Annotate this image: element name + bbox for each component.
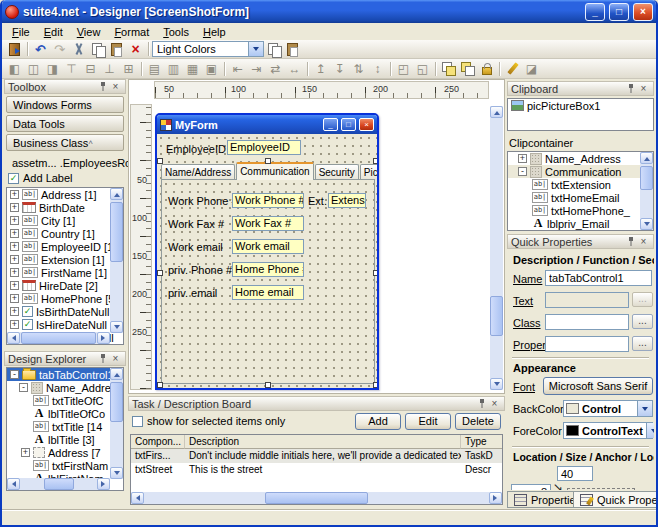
pin-icon[interactable] [624,83,637,95]
close-button[interactable]: × [633,3,653,21]
undo-button[interactable] [31,41,50,58]
form-close-button[interactable]: × [359,118,374,131]
close-icon[interactable]: × [488,398,501,410]
location-top-input[interactable]: 40 [557,466,593,481]
text-browse-button[interactable]: ... [632,292,653,307]
show-selected-only-checkbox[interactable] [132,416,143,427]
property-browse-button[interactable]: ... [632,336,653,351]
toolbox-item[interactable]: Country [1] [7,227,123,240]
text-input[interactable] [545,292,629,308]
close-icon[interactable]: × [109,353,122,365]
name-input[interactable] [545,270,652,286]
form-minimize-button[interactable]: _ [323,118,338,131]
toolbox-category-windows-forms[interactable]: Windows Forms [6,96,124,113]
tree-item[interactable]: txtTitle [14 [7,420,123,433]
class-input[interactable] [545,314,629,330]
chevron-down-icon[interactable] [637,401,652,416]
tree-item[interactable]: lblpriv_Email [508,217,653,230]
forecolor-picker[interactable]: ControlText [563,422,653,439]
work-phone-textbox[interactable]: Work Phone # [232,193,304,208]
task-grid-hscrollbar[interactable] [131,492,502,504]
selection-handle[interactable] [157,382,163,388]
same-width-button[interactable]: ▤ [145,60,164,77]
expand-icon[interactable] [10,281,19,290]
task-row[interactable]: txtStreet This is the street Descr [131,463,502,477]
clipboard-item[interactable]: picPictureBox1 [508,99,653,112]
expand-icon[interactable] [10,294,19,303]
hspacing-decrease-button[interactable]: ⇄ [266,60,285,77]
hspacing-equal-button[interactable]: ⇤ [228,60,247,77]
toolbox-category-business-class[interactable]: Business Class˄ [6,134,124,151]
pin-icon[interactable] [96,81,109,93]
selection-handle[interactable] [373,382,377,388]
expand-icon[interactable] [21,448,30,457]
eraser-button[interactable]: ◪ [522,60,541,77]
tree-item[interactable]: lblTitleOfCo [7,407,123,420]
tree-item[interactable]: tabTabControl1 [1] [7,368,123,381]
expand-icon[interactable] [10,190,19,199]
delete-button[interactable]: Delete [455,413,501,430]
align-centers-button[interactable]: ◫ [24,60,43,77]
copy-style-button[interactable] [264,41,283,58]
minimize-button[interactable]: _ [585,3,605,21]
column-component[interactable]: Compon... [131,435,185,449]
toolbox-item[interactable]: IsBirthDateNull [7,305,123,318]
menu-file[interactable]: File [6,25,36,39]
work-email-textbox[interactable]: Work email [232,239,304,254]
center-horizontally-button[interactable]: ◰ [394,60,413,77]
paste-style-button[interactable] [283,41,302,58]
menu-view[interactable]: View [71,25,107,39]
menu-edit[interactable]: Edit [38,25,69,39]
maximize-button[interactable]: □ [609,3,629,21]
column-type[interactable]: Type [461,435,502,449]
paste-button[interactable] [107,41,126,58]
tab-communication[interactable]: Communication [236,162,313,180]
employeeid-textbox[interactable]: EmployeeID [227,140,301,155]
draw-style-button[interactable] [503,60,522,77]
toolbox-category-data-tools[interactable]: Data Tools [6,115,124,132]
toolbox-item[interactable]: City [1] [7,214,123,227]
vspacing-equal-button[interactable]: ↥ [311,60,330,77]
expand-icon[interactable] [10,255,19,264]
ext-textbox[interactable]: Extensi [328,193,366,208]
form-maximize-button[interactable]: □ [341,118,356,131]
align-tops-button[interactable]: ⊤ [62,60,81,77]
work-fax-textbox[interactable]: Work Fax # [232,216,304,231]
tab-control[interactable]: Name/Address Communication Security Pict… [161,162,375,384]
vspacing-decrease-button[interactable]: ⇅ [349,60,368,77]
location-left-input[interactable]: 8 [511,484,551,490]
selection-handle[interactable] [157,270,163,276]
font-button[interactable]: Microsoft Sans Serif [543,377,653,395]
selection-handle[interactable] [373,158,377,164]
align-bottoms-button[interactable]: ⊥ [100,60,119,77]
collapse-icon[interactable] [10,370,19,379]
add-button[interactable]: Add [355,413,401,430]
bring-to-front-button[interactable] [439,60,458,77]
tree-item[interactable]: txtHomeEmail [508,191,653,204]
chevron-down-icon[interactable] [646,423,654,438]
tree-item[interactable]: lblTitle [3] [7,433,123,446]
toolbox-vscrollbar[interactable] [110,188,123,333]
pin-icon[interactable] [475,398,488,410]
toolbox-item[interactable]: HomePhone [5] [7,292,123,305]
class-browse-button[interactable]: ... [632,314,653,329]
selection-handle[interactable] [265,382,271,388]
toolbox-item[interactable]: BirthDate [7,201,123,214]
tree-item[interactable]: Name_Address [7,381,123,394]
same-height-button[interactable]: ▦ [183,60,202,77]
design-explorer-hscrollbar[interactable] [7,478,110,490]
menu-tools[interactable]: Tools [157,25,195,39]
tree-item[interactable]: Name_Address [508,152,653,165]
align-to-grid-button[interactable]: ⊞ [119,60,138,77]
center-vertically-button[interactable]: ◱ [413,60,432,77]
expand-icon[interactable] [10,229,19,238]
priv-email-textbox[interactable]: Home email [232,285,304,300]
tree-item[interactable]: txtFirstNam [7,459,123,472]
cut-button[interactable] [69,41,88,58]
lock-controls-button[interactable] [477,60,496,77]
priv-phone-textbox[interactable]: Home Phone # [232,262,304,277]
clipcontainer-vscrollbar[interactable] [640,152,653,230]
exit-button[interactable] [5,41,24,58]
toolbox-item[interactable]: IsHireDateNull [7,318,123,331]
expand-icon[interactable] [10,216,19,225]
